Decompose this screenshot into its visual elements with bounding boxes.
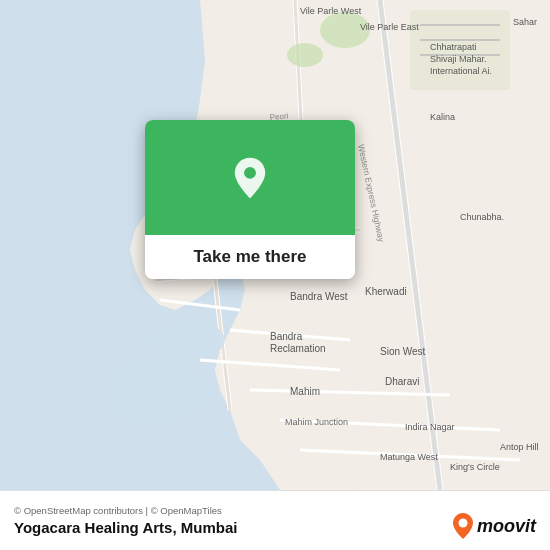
svg-text:Chunabha.: Chunabha. [460, 212, 504, 222]
svg-text:Matunga West: Matunga West [380, 452, 438, 462]
location-pin-icon [228, 156, 272, 200]
svg-text:King's Circle: King's Circle [450, 462, 500, 472]
moovit-text: moovit [477, 516, 536, 537]
svg-text:Reclamation: Reclamation [270, 343, 326, 354]
svg-text:Vile Parle West: Vile Parle West [300, 6, 362, 16]
svg-text:Bandra: Bandra [270, 331, 303, 342]
svg-text:Chhatrapati: Chhatrapati [430, 42, 477, 52]
svg-point-26 [145, 320, 225, 360]
svg-text:Shivaji Mahar.: Shivaji Mahar. [430, 54, 487, 64]
card-label-area: Take me there [145, 235, 355, 279]
svg-text:Bandra West: Bandra West [290, 291, 348, 302]
svg-point-50 [244, 167, 256, 179]
moovit-pin-icon [452, 512, 474, 540]
svg-text:Vile Parle East: Vile Parle East [360, 22, 419, 32]
svg-text:Mahim: Mahim [290, 386, 320, 397]
svg-point-51 [458, 519, 467, 528]
svg-text:Antop Hill: Antop Hill [500, 442, 539, 452]
take-me-there-button[interactable]: Take me there [161, 247, 339, 267]
svg-text:Sahar: Sahar [513, 17, 537, 27]
svg-text:Mahim Junction: Mahim Junction [285, 417, 348, 427]
svg-text:Indira Nagar: Indira Nagar [405, 422, 455, 432]
svg-point-27 [100, 355, 210, 425]
bottom-bar: © OpenStreetMap contributors | © OpenMap… [0, 490, 550, 550]
card-green-header [145, 120, 355, 235]
svg-text:Kalina: Kalina [430, 112, 455, 122]
svg-point-25 [287, 43, 323, 67]
svg-text:Sion West: Sion West [380, 346, 426, 357]
svg-text:Kherwadi: Kherwadi [365, 286, 407, 297]
svg-text:International Ai.: International Ai. [430, 66, 492, 76]
navigation-card: Take me there [145, 120, 355, 279]
moovit-logo: moovit [452, 512, 536, 540]
svg-text:Dharavi: Dharavi [385, 376, 419, 387]
